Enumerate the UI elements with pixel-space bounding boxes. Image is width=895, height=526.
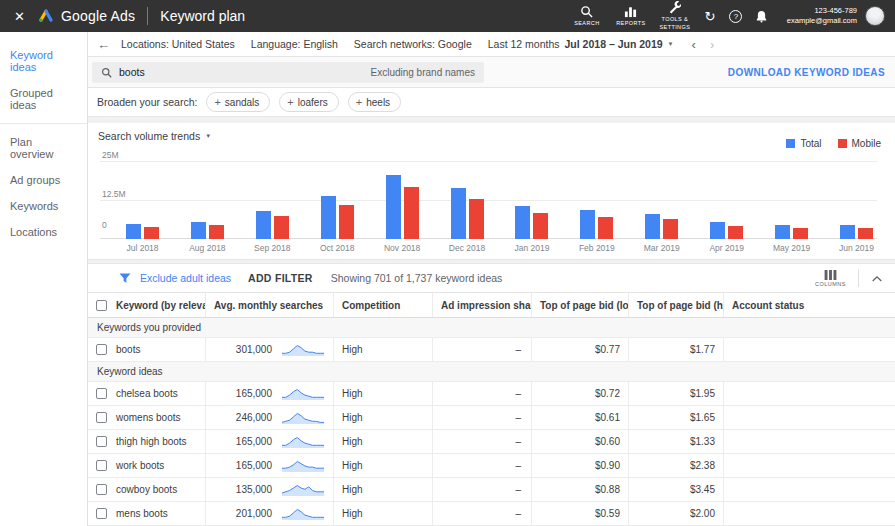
- bar-total: [321, 196, 336, 239]
- legend-label-total: Total: [800, 138, 821, 149]
- date-range-dropdown[interactable]: Last 12 months Jul 2018 – Jun 2019 ▼: [488, 38, 674, 50]
- broaden-search-bar: Broaden your search: + sandals + loafers…: [88, 87, 895, 116]
- sidebar-item-keywords[interactable]: Keywords: [0, 193, 87, 219]
- x-axis-label: Sep 2018: [254, 243, 290, 253]
- language-setting[interactable]: Language: English: [251, 38, 338, 50]
- table-row[interactable]: cowboy boots 135,000 High – $0.88 $3.45: [88, 478, 895, 502]
- x-axis-label: Dec 2018: [449, 243, 485, 253]
- chart-header: Search volume trends ▼ Total Mobile: [98, 130, 881, 149]
- refresh-icon[interactable]: ↻: [697, 9, 723, 24]
- search-nav-button[interactable]: SEARCH: [565, 3, 609, 29]
- account-status-cell: [723, 478, 895, 501]
- bar-group-jun-2019: Jun 2019: [840, 161, 873, 239]
- bar-mobile: [858, 228, 873, 239]
- row-checkbox[interactable]: [96, 484, 107, 495]
- locations-setting[interactable]: Locations: United States: [121, 38, 235, 50]
- table-row[interactable]: mens boots 201,000 High – $0.59 $2.00: [88, 502, 895, 526]
- account-email: example@gmail.com: [787, 16, 857, 27]
- notifications-button[interactable]: [749, 10, 775, 23]
- row-checkbox[interactable]: [96, 344, 107, 355]
- header-ad-impression-share[interactable]: Ad impression share: [432, 293, 531, 317]
- bar-group-dec-2018: Dec 2018: [451, 161, 484, 239]
- tools-settings-nav-button[interactable]: TOOLS & SETTINGS: [653, 0, 697, 33]
- header-account-status[interactable]: Account status: [723, 293, 895, 317]
- close-icon[interactable]: ✕: [14, 9, 25, 24]
- select-all-checkbox[interactable]: [96, 300, 107, 311]
- header-competition[interactable]: Competition: [333, 293, 432, 317]
- exclude-adult-ideas-link[interactable]: Exclude adult ideas: [140, 272, 231, 284]
- x-axis-label: May 2019: [773, 243, 810, 253]
- filter-funnel-icon[interactable]: [119, 273, 131, 284]
- chip-label: loafers: [298, 97, 328, 108]
- prev-period-icon[interactable]: ‹: [692, 38, 696, 51]
- keyword-cell: cowboy boots: [116, 484, 177, 495]
- bid-low-cell: $0.61: [531, 406, 628, 429]
- legend-swatch-mobile: [838, 139, 847, 148]
- row-checkbox[interactable]: [96, 388, 107, 399]
- download-keyword-ideas-button[interactable]: DOWNLOAD KEYWORD IDEAS: [728, 67, 887, 78]
- bar-total: [256, 211, 271, 239]
- back-arrow-icon[interactable]: ←: [97, 37, 110, 52]
- bid-low-cell: $0.88: [531, 478, 628, 501]
- keyword-cell: boots: [116, 344, 140, 355]
- header-bid-low[interactable]: Top of page bid (low range): [531, 293, 628, 317]
- avg-monthly-searches-cell: 246,000: [214, 412, 272, 423]
- sidebar-item-ad-groups[interactable]: Ad groups: [0, 167, 87, 193]
- table-row[interactable]: work boots 165,000 High – $0.90 $2.38: [88, 454, 895, 478]
- chip-sandals[interactable]: + sandals: [206, 92, 270, 112]
- section-gap: [88, 116, 895, 123]
- google-ads-logo: Google Ads: [38, 8, 135, 24]
- section-title: Keywords you provided: [97, 322, 201, 333]
- account-status-cell: [723, 454, 895, 477]
- bid-low-cell: $0.72: [531, 382, 628, 405]
- sidebar: Keyword ideas Grouped ideas Plan overvie…: [0, 32, 88, 526]
- sidebar-item-locations[interactable]: Locations: [0, 219, 87, 245]
- row-checkbox[interactable]: [96, 412, 107, 423]
- sparkline: [281, 435, 325, 449]
- row-checkbox[interactable]: [96, 508, 107, 519]
- search-query-text: boots: [119, 66, 145, 78]
- header-keyword[interactable]: Keyword (by relevance) ↓: [88, 293, 205, 317]
- sidebar-item-keyword-ideas[interactable]: Keyword ideas: [0, 42, 87, 80]
- bar-group-sep-2018: Sep 2018: [256, 161, 289, 239]
- sidebar-item-plan-overview[interactable]: Plan overview: [0, 129, 87, 167]
- chart-dropdown-label: Search volume trends: [98, 130, 200, 142]
- x-axis-label: Mar 2019: [644, 243, 680, 253]
- chart-type-dropdown[interactable]: Search volume trends ▼: [98, 130, 211, 142]
- header-avg-monthly-searches[interactable]: Avg. monthly searches: [205, 293, 333, 317]
- add-filter-button[interactable]: ADD FILTER: [248, 272, 313, 284]
- table-row[interactable]: thigh high boots 165,000 High – $0.60 $1…: [88, 430, 895, 454]
- bar-group-mar-2019: Mar 2019: [645, 161, 678, 239]
- avg-monthly-searches-cell: 135,000: [214, 484, 272, 495]
- avg-monthly-searches-cell: 165,000: [214, 460, 272, 471]
- chip-heels[interactable]: + heels: [348, 92, 401, 112]
- competition-cell: High: [333, 454, 432, 477]
- sidebar-item-grouped-ideas[interactable]: Grouped ideas: [0, 80, 87, 118]
- header-keyword-label: Keyword (by relevance): [116, 300, 205, 311]
- header-bid-high[interactable]: Top of page bid (high range): [628, 293, 723, 317]
- date-pager: ‹ ›: [692, 38, 715, 51]
- x-axis-label: Aug 2018: [189, 243, 225, 253]
- keyword-cell: chelsea boots: [116, 388, 178, 399]
- chip-loafers[interactable]: + loafers: [279, 92, 338, 112]
- keyword-search-input[interactable]: boots Excluding brand names: [92, 62, 484, 83]
- bar-mobile: [728, 226, 743, 239]
- reports-nav-button[interactable]: REPORTS: [609, 3, 653, 29]
- table-row[interactable]: chelsea boots 165,000 High – $0.72 $1.95: [88, 382, 895, 406]
- keyword-search-section: boots Excluding brand names DOWNLOAD KEY…: [88, 57, 895, 87]
- table-row[interactable]: womens boots 246,000 High – $0.61 $1.65: [88, 406, 895, 430]
- networks-setting[interactable]: Search networks: Google: [354, 38, 472, 50]
- avg-monthly-searches-cell: 201,000: [214, 508, 272, 519]
- row-checkbox[interactable]: [96, 460, 107, 471]
- columns-button[interactable]: COLUMNS: [815, 270, 846, 287]
- collapse-table-button[interactable]: [871, 274, 883, 283]
- x-axis-label: Jul 2018: [126, 243, 158, 253]
- date-range-label: Last 12 months: [488, 38, 560, 50]
- next-period-icon[interactable]: ›: [710, 38, 714, 51]
- table-row[interactable]: boots 301,000 High – $0.77 $1.77: [88, 338, 895, 362]
- avatar[interactable]: [865, 6, 885, 26]
- competition-cell: High: [333, 430, 432, 453]
- row-checkbox[interactable]: [96, 436, 107, 447]
- ad-impression-share-cell: –: [432, 338, 531, 361]
- help-button[interactable]: ?: [723, 10, 749, 23]
